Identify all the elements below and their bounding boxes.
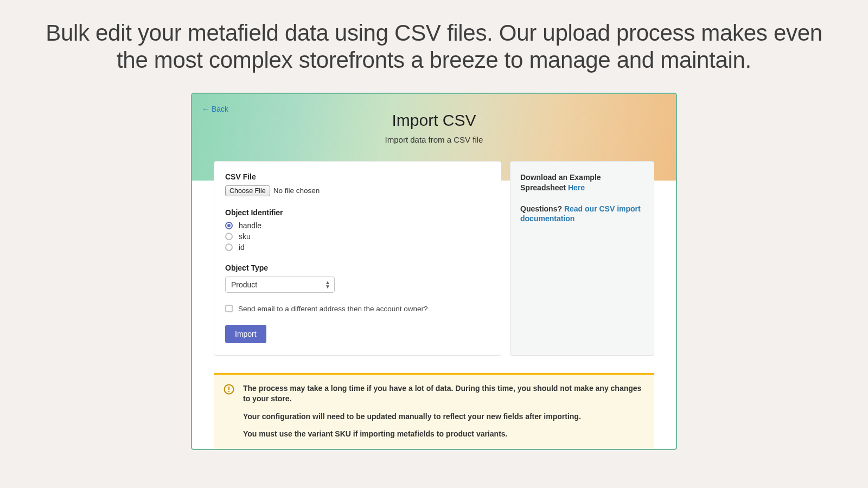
radio-icon [225,233,233,240]
import-form-card: CSV File Choose File No file chosen Obje… [214,161,501,356]
svg-rect-1 [228,387,229,390]
warning-line-3: You must use the variant SKU if importin… [243,429,644,439]
example-here-link[interactable]: Here [568,183,585,192]
object-identifier-label: Object Identifier [225,208,490,217]
page-subtitle: Import data from a CSV file [192,135,676,144]
warning-text: The process may take a long time if you … [243,383,644,447]
object-type-select[interactable]: Product ▲▼ [225,277,335,293]
warning-banner: The process may take a long time if you … [214,373,654,450]
radio-icon [225,243,233,251]
file-status-text: No file chosen [273,187,320,195]
select-value: Product [225,277,335,293]
checkbox-label: Send email to a different address then t… [238,305,427,313]
checkbox-icon [225,305,233,312]
choose-file-button[interactable]: Choose File [225,185,270,196]
csv-file-label: CSV File [225,172,490,181]
import-button[interactable]: Import [225,325,266,343]
back-link[interactable]: ← Back [202,105,228,113]
warning-line-1: The process may take a long time if you … [243,383,644,404]
sidebar-card: Download an Example Spreadsheet Here Que… [510,161,654,356]
radio-id[interactable]: id [225,243,490,252]
object-identifier-group: handle sku id [225,221,490,252]
app-window: ← Back Import CSV Import data from a CSV… [191,93,677,451]
radio-label: handle [239,221,261,230]
radio-label: id [239,243,245,252]
radio-icon [225,222,233,229]
object-type-label: Object Type [225,264,490,272]
radio-label: sku [239,232,251,241]
warning-icon [224,384,234,395]
page-title: Import CSV [192,111,676,130]
file-input-row: Choose File No file chosen [225,185,490,196]
questions-text: Questions? Read our CSV import documenta… [520,204,644,224]
content-row: CSV File Choose File No file chosen Obje… [192,161,676,368]
page-heading: Bulk edit your metafield data using CSV … [0,0,868,85]
svg-rect-2 [228,391,229,392]
warning-line-2: Your configuration will need to be updat… [243,412,644,422]
radio-handle[interactable]: handle [225,221,490,230]
email-checkbox-row[interactable]: Send email to a different address then t… [225,305,490,313]
radio-sku[interactable]: sku [225,232,490,241]
example-spreadsheet-text: Download an Example Spreadsheet Here [520,172,644,193]
